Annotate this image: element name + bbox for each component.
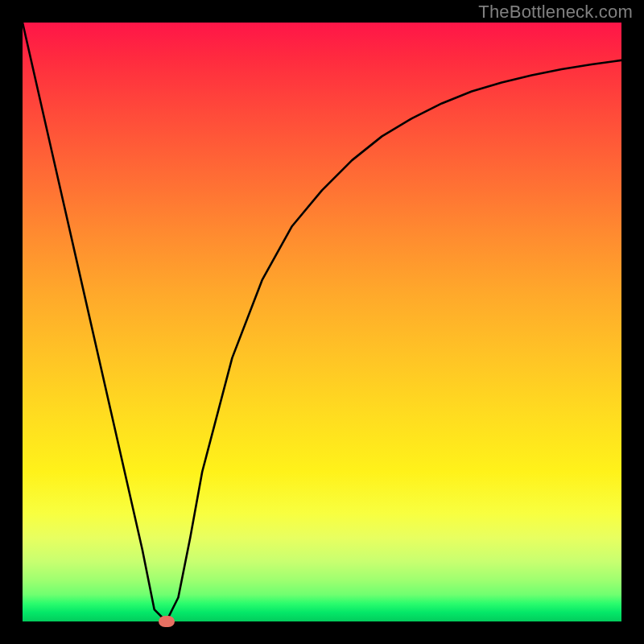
watermark-label: TheBottleneck.com — [478, 2, 633, 23]
bottleneck-curve-path — [23, 23, 621, 621]
curve-svg — [23, 23, 621, 621]
chart-frame: TheBottleneck.com — [0, 0, 644, 644]
plot-area — [23, 23, 621, 621]
min-marker — [159, 616, 175, 627]
